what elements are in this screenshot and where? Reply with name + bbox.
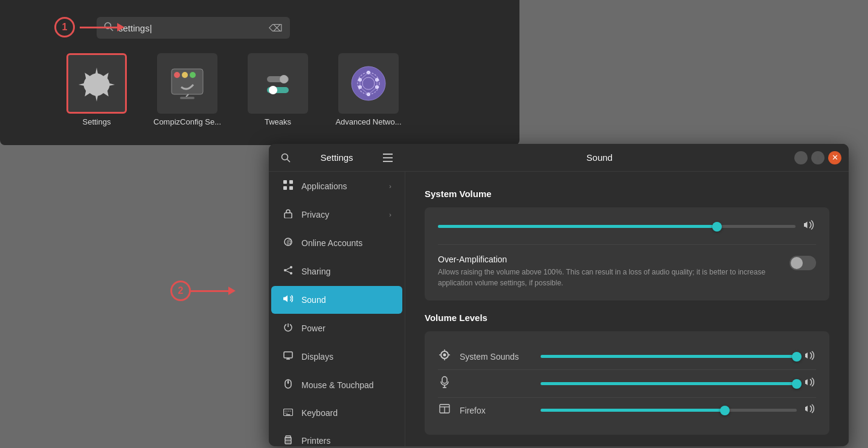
- mic-volume-icon: [805, 377, 816, 390]
- overamp-row: Over-Amplification Allows raising the vo…: [438, 244, 816, 288]
- svg-point-12: [269, 86, 277, 94]
- app-item-tweaks[interactable]: Tweaks: [242, 53, 314, 126]
- svg-rect-59: [286, 414, 291, 415]
- svg-rect-35: [289, 180, 293, 184]
- system-volume-title: System Volume: [425, 189, 829, 199]
- sidebar-label-displays: Displays: [301, 352, 391, 362]
- firefox-slider[interactable]: [541, 409, 797, 412]
- power-icon: [282, 322, 294, 334]
- app-grid: Settings CompizConfig Se...: [60, 53, 405, 126]
- search-bar[interactable]: settings| ⌫: [97, 17, 290, 39]
- svg-rect-68: [442, 377, 447, 383]
- microphone-row: [438, 369, 816, 397]
- firefox-row: Firefox: [438, 397, 816, 423]
- sidebar-item-printers[interactable]: Printers: [271, 427, 402, 446]
- applications-chevron: ›: [389, 183, 391, 190]
- svg-rect-34: [283, 180, 287, 184]
- svg-rect-37: [289, 186, 293, 190]
- system-sounds-icon: [438, 349, 451, 363]
- svg-line-44: [285, 267, 291, 270]
- sidebar-label-sound: Sound: [301, 295, 391, 305]
- settings-window: Settings Sound − + ✕: [269, 144, 849, 446]
- system-volume-slider[interactable]: [438, 225, 796, 228]
- system-sounds-label: System Sounds: [460, 352, 532, 362]
- sidebar-item-sound[interactable]: Sound: [271, 286, 402, 314]
- svg-point-4: [174, 72, 180, 78]
- sidebar-item-power[interactable]: Power: [271, 314, 402, 342]
- overamp-title: Over-Amplification: [438, 255, 781, 264]
- svg-point-10: [280, 75, 288, 83]
- svg-rect-38: [285, 213, 292, 218]
- privacy-icon: [282, 209, 294, 221]
- volume-levels-title: Volume Levels: [425, 313, 829, 323]
- app-item-network[interactable]: Advanced Netwo...: [332, 53, 405, 126]
- privacy-chevron: ›: [389, 211, 391, 218]
- svg-line-30: [288, 159, 291, 162]
- titlebar-sound-label: Sound: [587, 152, 612, 163]
- microphone-icon: [438, 376, 451, 391]
- close-button[interactable]: ✕: [828, 151, 841, 164]
- keyboard-icon: [282, 407, 294, 418]
- window-controls: − + ✕: [794, 151, 849, 164]
- system-sounds-slider[interactable]: [541, 355, 797, 358]
- sidebar-item-applications[interactable]: Applications ›: [271, 172, 402, 200]
- sidebar-label-keyboard: Keyboard: [301, 408, 391, 418]
- main-content: System Volume Over-Am: [405, 172, 849, 446]
- sidebar-item-mouse[interactable]: Mouse & Touchpad: [271, 371, 402, 399]
- annotation-number-2: 2: [170, 281, 191, 301]
- annotation-number-1: 1: [54, 17, 75, 37]
- settings-app-label: Settings: [83, 117, 111, 126]
- svg-rect-46: [284, 352, 292, 358]
- svg-line-45: [285, 270, 291, 273]
- system-volume-icon: [804, 219, 816, 233]
- system-volume-row: [438, 219, 816, 233]
- network-app-label: Advanced Netwo...: [335, 117, 401, 126]
- settings-sidebar: Applications › Privacy › @ Online Accou: [269, 172, 405, 446]
- app-item-settings[interactable]: Settings: [60, 53, 133, 126]
- hamburger-button[interactable]: [378, 148, 397, 167]
- annotation-arrow-1: [80, 23, 124, 31]
- titlebar-right: Sound: [405, 152, 794, 163]
- titlebar-search-button[interactable]: [276, 148, 295, 167]
- volume-levels-card: System Sounds: [425, 331, 829, 435]
- sidebar-item-displays[interactable]: Displays: [271, 343, 402, 371]
- microphone-slider[interactable]: [541, 382, 797, 385]
- annotation-2: 2: [170, 281, 236, 301]
- svg-point-29: [282, 154, 288, 160]
- sound-icon: [282, 294, 294, 306]
- clear-search-icon[interactable]: ⌫: [269, 22, 283, 34]
- tweaks-app-label: Tweaks: [265, 117, 291, 126]
- svg-point-51: [288, 381, 289, 383]
- svg-rect-61: [286, 436, 291, 438]
- sidebar-label-printers: Printers: [301, 436, 391, 446]
- overamp-desc: Allows raising the volume above 100%. Th…: [438, 267, 781, 288]
- system-volume-card: Over-Amplification Allows raising the vo…: [425, 207, 829, 300]
- settings-app-icon: [66, 53, 127, 114]
- app-item-compiz[interactable]: CompizConfig Se...: [151, 53, 223, 126]
- system-sounds-volume-icon: [805, 351, 816, 362]
- overamp-toggle[interactable]: [789, 256, 816, 270]
- search-input[interactable]: settings|: [118, 23, 264, 33]
- svg-text:@: @: [286, 239, 292, 245]
- minimize-button[interactable]: −: [794, 151, 808, 164]
- overamp-text: Over-Amplification Allows raising the vo…: [438, 255, 781, 288]
- printers-icon: [282, 435, 294, 446]
- maximize-button[interactable]: +: [811, 151, 825, 164]
- firefox-icon: [438, 404, 451, 417]
- titlebar-left: Settings: [269, 148, 405, 167]
- svg-point-6: [190, 72, 196, 78]
- network-app-icon: [338, 53, 399, 114]
- compiz-app-icon: [157, 53, 217, 114]
- sidebar-item-sharing[interactable]: Sharing: [271, 258, 402, 285]
- sidebar-item-privacy[interactable]: Privacy ›: [271, 201, 402, 229]
- sidebar-item-online-accounts[interactable]: @ Online Accounts: [271, 229, 402, 257]
- sidebar-label-online-accounts: Online Accounts: [301, 238, 391, 248]
- system-sounds-row: System Sounds: [438, 343, 816, 369]
- sidebar-label-power: Power: [301, 323, 391, 333]
- applications-icon: [282, 180, 294, 192]
- annotation-arrow-2: [191, 287, 236, 295]
- firefox-volume-icon: [805, 404, 816, 417]
- displays-icon: [282, 351, 294, 363]
- sidebar-item-keyboard[interactable]: Keyboard: [271, 400, 402, 426]
- window-titlebar: Settings Sound − + ✕: [269, 144, 849, 172]
